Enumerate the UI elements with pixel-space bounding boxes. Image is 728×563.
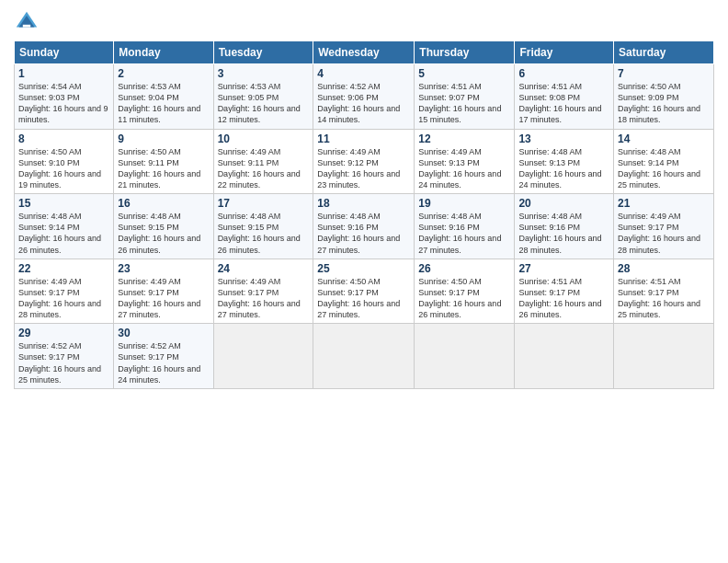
calendar-cell: 3Sunrise: 4:53 AMSunset: 9:05 PMDaylight… xyxy=(213,64,313,130)
svg-rect-2 xyxy=(23,25,30,28)
calendar-cell xyxy=(313,324,415,389)
weekday-header-row: SundayMondayTuesdayWednesdayThursdayFrid… xyxy=(15,41,714,64)
weekday-saturday: Saturday xyxy=(614,41,714,64)
day-info: Sunrise: 4:48 AMSunset: 9:16 PMDaylight:… xyxy=(418,211,510,256)
day-info: Sunrise: 4:53 AMSunset: 9:04 PMDaylight:… xyxy=(118,81,209,126)
calendar-cell: 7Sunrise: 4:50 AMSunset: 9:09 PMDaylight… xyxy=(614,64,714,130)
header xyxy=(14,9,714,35)
day-info: Sunrise: 4:53 AMSunset: 9:05 PMDaylight:… xyxy=(218,81,310,126)
calendar-cell: 2Sunrise: 4:53 AMSunset: 9:04 PMDaylight… xyxy=(114,64,213,130)
day-number: 2 xyxy=(118,67,209,80)
day-info: Sunrise: 4:54 AMSunset: 9:03 PMDaylight:… xyxy=(18,81,109,126)
day-info: Sunrise: 4:48 AMSunset: 9:13 PMDaylight:… xyxy=(518,146,609,191)
calendar-cell: 4Sunrise: 4:52 AMSunset: 9:06 PMDaylight… xyxy=(313,64,415,130)
calendar-cell: 15Sunrise: 4:48 AMSunset: 9:14 PMDayligh… xyxy=(15,194,114,259)
calendar-cell xyxy=(515,324,614,389)
calendar-cell: 19Sunrise: 4:48 AMSunset: 9:16 PMDayligh… xyxy=(415,194,515,259)
day-number: 15 xyxy=(18,197,109,210)
logo-icon xyxy=(14,9,40,35)
weekday-tuesday: Tuesday xyxy=(213,41,313,64)
calendar-cell: 17Sunrise: 4:48 AMSunset: 9:15 PMDayligh… xyxy=(213,194,313,259)
calendar-cell: 26Sunrise: 4:50 AMSunset: 9:17 PMDayligh… xyxy=(415,259,515,324)
day-info: Sunrise: 4:52 AMSunset: 9:17 PMDaylight:… xyxy=(18,340,109,385)
day-info: Sunrise: 4:48 AMSunset: 9:16 PMDaylight:… xyxy=(317,211,410,256)
day-number: 10 xyxy=(218,132,310,145)
calendar-cell: 14Sunrise: 4:48 AMSunset: 9:14 PMDayligh… xyxy=(614,129,714,194)
weekday-wednesday: Wednesday xyxy=(313,41,415,64)
day-info: Sunrise: 4:48 AMSunset: 9:16 PMDaylight:… xyxy=(518,211,609,256)
calendar-cell: 11Sunrise: 4:49 AMSunset: 9:12 PMDayligh… xyxy=(313,129,415,194)
calendar-cell: 16Sunrise: 4:48 AMSunset: 9:15 PMDayligh… xyxy=(114,194,213,259)
calendar-cell: 21Sunrise: 4:49 AMSunset: 9:17 PMDayligh… xyxy=(614,194,714,259)
day-number: 5 xyxy=(418,67,510,80)
calendar-cell: 24Sunrise: 4:49 AMSunset: 9:17 PMDayligh… xyxy=(213,259,313,324)
day-number: 27 xyxy=(518,262,609,275)
day-info: Sunrise: 4:49 AMSunset: 9:13 PMDaylight:… xyxy=(418,146,510,191)
day-number: 8 xyxy=(18,132,109,145)
day-number: 4 xyxy=(317,67,410,80)
day-info: Sunrise: 4:51 AMSunset: 9:17 PMDaylight:… xyxy=(618,276,710,321)
day-number: 9 xyxy=(118,132,209,145)
day-number: 11 xyxy=(317,132,410,145)
calendar: SundayMondayTuesdayWednesdayThursdayFrid… xyxy=(14,40,714,389)
day-info: Sunrise: 4:48 AMSunset: 9:14 PMDaylight:… xyxy=(618,146,710,191)
calendar-cell xyxy=(415,324,515,389)
week-row-2: 8Sunrise: 4:50 AMSunset: 9:10 PMDaylight… xyxy=(15,129,714,194)
calendar-cell: 9Sunrise: 4:50 AMSunset: 9:11 PMDaylight… xyxy=(114,129,213,194)
day-info: Sunrise: 4:48 AMSunset: 9:15 PMDaylight:… xyxy=(118,211,209,256)
day-info: Sunrise: 4:50 AMSunset: 9:09 PMDaylight:… xyxy=(618,81,710,126)
calendar-cell: 18Sunrise: 4:48 AMSunset: 9:16 PMDayligh… xyxy=(313,194,415,259)
calendar-cell: 6Sunrise: 4:51 AMSunset: 9:08 PMDaylight… xyxy=(515,64,614,130)
calendar-cell: 29Sunrise: 4:52 AMSunset: 9:17 PMDayligh… xyxy=(15,324,114,389)
day-number: 29 xyxy=(18,327,109,339)
day-number: 6 xyxy=(518,67,609,80)
day-number: 19 xyxy=(418,197,510,210)
calendar-cell: 30Sunrise: 4:52 AMSunset: 9:17 PMDayligh… xyxy=(114,324,213,389)
day-info: Sunrise: 4:50 AMSunset: 9:17 PMDaylight:… xyxy=(418,276,510,321)
weekday-monday: Monday xyxy=(114,41,213,64)
calendar-cell xyxy=(213,324,313,389)
calendar-cell: 5Sunrise: 4:51 AMSunset: 9:07 PMDaylight… xyxy=(415,64,515,130)
day-number: 23 xyxy=(118,262,209,275)
day-number: 7 xyxy=(618,67,710,80)
day-number: 1 xyxy=(18,67,109,80)
calendar-cell: 23Sunrise: 4:49 AMSunset: 9:17 PMDayligh… xyxy=(114,259,213,324)
week-row-5: 29Sunrise: 4:52 AMSunset: 9:17 PMDayligh… xyxy=(15,324,714,389)
day-info: Sunrise: 4:51 AMSunset: 9:07 PMDaylight:… xyxy=(418,81,510,126)
day-number: 21 xyxy=(618,197,710,210)
day-number: 22 xyxy=(18,262,109,275)
day-info: Sunrise: 4:50 AMSunset: 9:17 PMDaylight:… xyxy=(317,276,410,321)
week-row-3: 15Sunrise: 4:48 AMSunset: 9:14 PMDayligh… xyxy=(15,194,714,259)
calendar-cell: 25Sunrise: 4:50 AMSunset: 9:17 PMDayligh… xyxy=(313,259,415,324)
day-number: 20 xyxy=(518,197,609,210)
calendar-cell: 22Sunrise: 4:49 AMSunset: 9:17 PMDayligh… xyxy=(15,259,114,324)
calendar-cell: 8Sunrise: 4:50 AMSunset: 9:10 PMDaylight… xyxy=(15,129,114,194)
calendar-cell: 10Sunrise: 4:49 AMSunset: 9:11 PMDayligh… xyxy=(213,129,313,194)
day-number: 18 xyxy=(317,197,410,210)
day-info: Sunrise: 4:49 AMSunset: 9:17 PMDaylight:… xyxy=(218,276,310,321)
weekday-thursday: Thursday xyxy=(415,41,515,64)
day-info: Sunrise: 4:51 AMSunset: 9:08 PMDaylight:… xyxy=(518,81,609,126)
calendar-cell: 12Sunrise: 4:49 AMSunset: 9:13 PMDayligh… xyxy=(415,129,515,194)
weekday-sunday: Sunday xyxy=(15,41,114,64)
day-info: Sunrise: 4:49 AMSunset: 9:17 PMDaylight:… xyxy=(18,276,109,321)
week-row-4: 22Sunrise: 4:49 AMSunset: 9:17 PMDayligh… xyxy=(15,259,714,324)
calendar-cell: 20Sunrise: 4:48 AMSunset: 9:16 PMDayligh… xyxy=(515,194,614,259)
day-number: 24 xyxy=(218,262,310,275)
day-info: Sunrise: 4:50 AMSunset: 9:10 PMDaylight:… xyxy=(18,146,109,191)
day-info: Sunrise: 4:49 AMSunset: 9:11 PMDaylight:… xyxy=(218,146,310,191)
day-number: 14 xyxy=(618,132,710,145)
day-info: Sunrise: 4:52 AMSunset: 9:06 PMDaylight:… xyxy=(317,81,410,126)
day-info: Sunrise: 4:49 AMSunset: 9:17 PMDaylight:… xyxy=(618,211,710,256)
day-number: 16 xyxy=(118,197,209,210)
calendar-cell: 27Sunrise: 4:51 AMSunset: 9:17 PMDayligh… xyxy=(515,259,614,324)
logo xyxy=(14,9,41,35)
day-info: Sunrise: 4:49 AMSunset: 9:17 PMDaylight:… xyxy=(118,276,209,321)
day-number: 17 xyxy=(218,197,310,210)
day-info: Sunrise: 4:49 AMSunset: 9:12 PMDaylight:… xyxy=(317,146,410,191)
week-row-1: 1Sunrise: 4:54 AMSunset: 9:03 PMDaylight… xyxy=(15,64,714,130)
day-info: Sunrise: 4:48 AMSunset: 9:14 PMDaylight:… xyxy=(18,211,109,256)
day-info: Sunrise: 4:50 AMSunset: 9:11 PMDaylight:… xyxy=(118,146,209,191)
day-number: 26 xyxy=(418,262,510,275)
day-number: 13 xyxy=(518,132,609,145)
